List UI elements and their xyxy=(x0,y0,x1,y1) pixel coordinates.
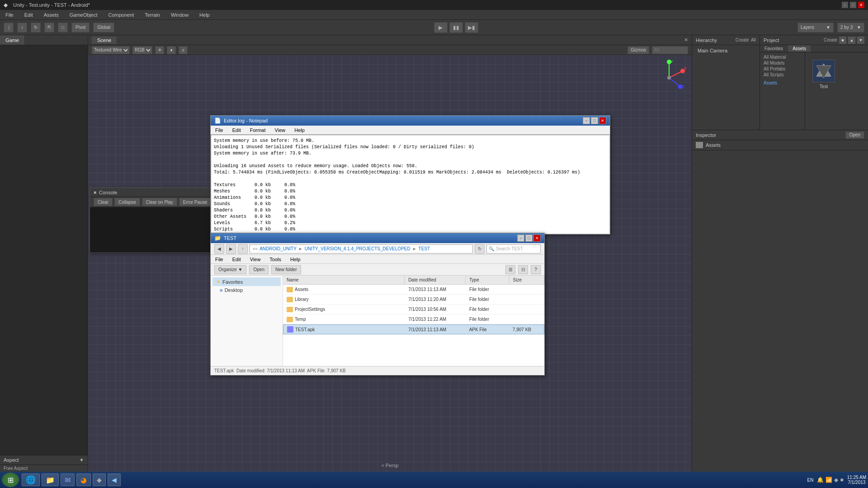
notepad-menu-help[interactable]: Help xyxy=(292,127,307,134)
rect-tool-btn[interactable]: □ xyxy=(58,23,68,33)
project-create-btn[interactable]: Create xyxy=(824,38,837,42)
taskbar-explorer[interactable]: 📁 xyxy=(42,474,59,486)
scene-fx-btn[interactable]: ♦ xyxy=(167,46,176,54)
layout-dropdown[interactable]: 2 by 3 ▼ xyxy=(837,23,864,33)
clock-display[interactable]: 11:25 AM 7/1/2013 xyxy=(847,475,866,485)
close-btn[interactable]: ✕ xyxy=(858,2,864,8)
explorer-fwd-btn[interactable]: ▶ xyxy=(226,244,236,254)
organize-btn[interactable]: Organize ▼ xyxy=(214,265,246,274)
project-assets-folder[interactable]: Assets xyxy=(762,80,803,86)
explorer-menu-file[interactable]: File xyxy=(212,256,226,263)
explorer-up-btn[interactable]: ↑ xyxy=(238,244,248,254)
color-mode-select[interactable]: RGB xyxy=(132,46,152,54)
console-collapse-btn[interactable]: Collapse xyxy=(114,198,140,206)
project-icon-btn1[interactable]: ■ xyxy=(839,37,846,44)
project-fav-all-material[interactable]: All Material xyxy=(762,54,803,60)
menu-help[interactable]: Help xyxy=(197,11,212,19)
scene-audio-btn[interactable]: ♬ xyxy=(179,46,188,54)
inspector-open-btn[interactable]: Open xyxy=(845,131,864,139)
menu-window[interactable]: Window xyxy=(168,11,191,19)
play-btn[interactable]: ▶ xyxy=(434,22,448,33)
notepad-minimize-btn[interactable]: − xyxy=(583,117,590,124)
project-tab-assets[interactable]: Assets xyxy=(788,45,811,52)
hand-tool-btn[interactable]: 〉 xyxy=(4,23,14,33)
rotate-tool-btn[interactable]: ↻ xyxy=(31,23,41,33)
gizmos-btn[interactable]: Gizmos xyxy=(627,46,649,54)
notepad-menu-view[interactable]: View xyxy=(272,127,288,134)
file-row-testapk[interactable]: TEST.apk 7/1/2013 11:13 AM APK File 7,90… xyxy=(283,324,544,334)
explorer-address-bar[interactable]: «« ANDROID_UNITY ► UNITY_VERSION_4.1.4_P… xyxy=(250,244,473,253)
taskbar-network[interactable]: ◀ xyxy=(108,474,121,486)
notepad-close-btn[interactable]: ✕ xyxy=(599,117,606,124)
new-folder-btn[interactable]: New folder xyxy=(271,265,301,274)
taskbar-ie[interactable]: 🌐 xyxy=(22,474,40,486)
render-mode-select[interactable]: Textured Wire xyxy=(92,46,130,54)
sidebar-desktop-item[interactable]: ■ Desktop xyxy=(212,286,281,294)
hierarchy-main-camera[interactable]: Main Camera xyxy=(694,47,758,54)
scale-tool-btn[interactable]: ⇱ xyxy=(44,23,54,33)
explorer-menu-tools[interactable]: Tools xyxy=(267,256,284,263)
col-name[interactable]: Name xyxy=(283,276,405,284)
menu-assets[interactable]: Assets xyxy=(41,11,61,19)
menu-gameobject[interactable]: GameObject xyxy=(67,11,100,19)
project-fav-all-scripts[interactable]: All Scripts xyxy=(762,72,803,78)
explorer-menu-edit[interactable]: Edit xyxy=(230,256,244,263)
explorer-help-icon-btn[interactable]: ? xyxy=(531,265,541,274)
taskbar-unity[interactable]: ◆ xyxy=(93,474,106,486)
notepad-menu-format[interactable]: Format xyxy=(247,127,269,134)
notepad-menu-edit[interactable]: Edit xyxy=(230,127,244,134)
minimize-btn[interactable]: − xyxy=(842,2,848,8)
file-row-projectsettings[interactable]: ProjectSettings 7/1/2013 10:56 AM File f… xyxy=(283,305,544,314)
menu-terrain[interactable]: Terrain xyxy=(142,11,163,19)
hierarchy-create-btn[interactable]: Create xyxy=(736,38,749,42)
explorer-close-btn[interactable]: ✕ xyxy=(533,235,541,242)
project-icon-btn3[interactable]: ▼ xyxy=(857,37,864,44)
pause-btn[interactable]: ▮▮ xyxy=(449,22,463,33)
scene-search-input[interactable] xyxy=(652,46,688,54)
explorer-view-btn[interactable]: ☰ xyxy=(505,265,515,274)
game-tab[interactable]: Game xyxy=(0,35,25,45)
open-btn[interactable]: Open xyxy=(249,265,268,274)
col-type[interactable]: Type xyxy=(466,276,509,284)
pivot-btn[interactable]: Pivot xyxy=(71,23,90,33)
explorer-search-box[interactable]: 🔍 Search TEST xyxy=(486,244,541,253)
notepad-maximize-btn[interactable]: □ xyxy=(591,117,598,124)
move-tool-btn[interactable]: ↕ xyxy=(17,23,27,33)
start-button[interactable]: ⊞ xyxy=(2,473,19,487)
explorer-menu-help[interactable]: Help xyxy=(288,256,303,263)
scene-close-icon[interactable]: ✕ xyxy=(684,37,688,43)
maximize-btn[interactable]: □ xyxy=(850,2,856,8)
scene-lighting-btn[interactable]: ☀ xyxy=(155,46,164,54)
project-icon-btn2[interactable]: ▲ xyxy=(848,37,855,44)
col-size[interactable]: Size xyxy=(509,276,544,284)
explorer-maximize-btn[interactable]: □ xyxy=(525,235,533,242)
console-error-pause-btn[interactable]: Error Pause xyxy=(179,198,211,206)
explorer-minimize-btn[interactable]: − xyxy=(517,235,524,242)
notepad-content[interactable]: System memory in use before: 75.0 MB. Un… xyxy=(211,135,610,234)
explorer-menu-view[interactable]: View xyxy=(247,256,264,263)
menu-edit[interactable]: Edit xyxy=(22,11,36,19)
menu-file[interactable]: File xyxy=(3,11,16,19)
taskbar-firefox[interactable]: ◕ xyxy=(76,474,91,486)
menu-component[interactable]: Component xyxy=(105,11,137,19)
console-clear-play-btn[interactable]: Clear on Play xyxy=(142,198,177,206)
taskbar-mail[interactable]: ✉ xyxy=(61,474,75,486)
sidebar-favorites-item[interactable]: ★ Favorites xyxy=(212,277,281,286)
explorer-details-btn[interactable]: ☷ xyxy=(518,265,528,274)
layers-dropdown[interactable]: Layers ▼ xyxy=(797,23,834,33)
global-btn[interactable]: Global xyxy=(93,23,114,33)
notepad-menu-file[interactable]: File xyxy=(212,127,226,134)
project-asset-test[interactable]: Test xyxy=(809,56,839,93)
step-btn[interactable]: ▶▮ xyxy=(465,22,478,33)
file-row-assets[interactable]: Assets 7/1/2013 11:13 AM File folder xyxy=(283,285,544,295)
project-tab-favorites[interactable]: Favorites xyxy=(760,45,788,52)
project-fav-all-models[interactable]: All Models xyxy=(762,60,803,66)
explorer-refresh-btn[interactable]: ↻ xyxy=(475,244,485,254)
console-clear-btn[interactable]: Clear xyxy=(94,198,113,206)
project-fav-all-prefabs[interactable]: All Prefabs xyxy=(762,66,803,72)
file-row-library[interactable]: Library 7/1/2013 11:20 AM File folder xyxy=(283,295,544,305)
col-date[interactable]: Date modified xyxy=(405,276,466,284)
explorer-back-btn[interactable]: ◀ xyxy=(214,244,224,254)
file-row-temp[interactable]: Temp 7/1/2013 11:22 AM File folder xyxy=(283,314,544,324)
scene-tab[interactable]: Scene xyxy=(92,37,117,44)
